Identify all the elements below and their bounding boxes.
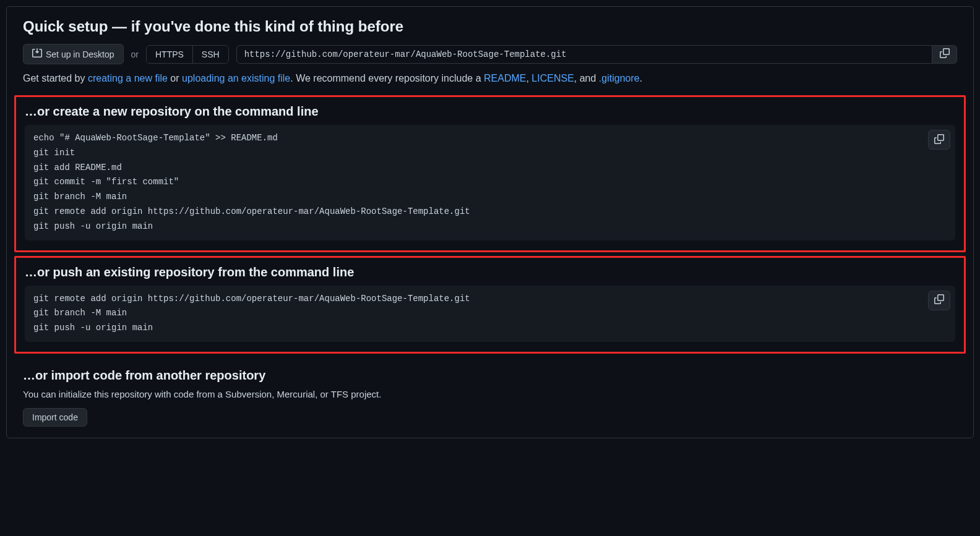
quick-setup-title: Quick setup — if you've done this kind o… [23, 18, 957, 35]
push-repo-code[interactable]: git remote add origin https://github.com… [25, 286, 955, 342]
setup-desktop-button[interactable]: Set up in Desktop [23, 44, 124, 64]
clipboard-icon [934, 134, 944, 146]
clone-url-group [236, 45, 957, 64]
text: . [640, 73, 642, 83]
setup-action-row: Set up in Desktop or HTTPS SSH [23, 44, 957, 64]
clipboard-icon [934, 294, 944, 306]
quick-setup-container: Quick setup — if you've done this kind o… [6, 6, 974, 438]
get-started-text: Get started by creating a new file or up… [23, 73, 957, 84]
clone-url-input[interactable] [236, 45, 932, 64]
push-repo-box: …or push an existing repository from the… [14, 256, 966, 354]
quick-setup-header: Quick setup — if you've done this kind o… [7, 7, 973, 84]
upload-file-link[interactable]: uploading an existing file [182, 73, 290, 83]
readme-link[interactable]: README [484, 73, 526, 83]
import-title: …or import code from another repository [23, 368, 957, 383]
import-section: …or import code from another repository … [7, 357, 973, 438]
import-code-button[interactable]: Import code [23, 408, 87, 427]
protocol-toggle: HTTPS SSH [146, 45, 229, 64]
text: , [526, 73, 531, 83]
text: , and [574, 73, 599, 83]
license-link[interactable]: LICENSE [531, 73, 574, 83]
gitignore-link[interactable]: .gitignore [599, 73, 640, 83]
import-subtext: You can initialize this repository with … [23, 389, 957, 399]
copy-url-button[interactable] [932, 45, 957, 64]
import-code-label: Import code [32, 412, 78, 422]
create-repo-box: …or create a new repository on the comma… [14, 95, 966, 252]
text: . We recommend every repository include … [290, 73, 484, 83]
text: Get started by [23, 73, 88, 83]
create-code-wrap: echo "# AquaWeb-RootSage-Template" >> RE… [25, 125, 955, 240]
push-code-wrap: git remote add origin https://github.com… [25, 286, 955, 342]
protocol-ssh-button[interactable]: SSH [192, 46, 228, 63]
or-separator: or [131, 49, 139, 59]
setup-desktop-label: Set up in Desktop [46, 49, 114, 59]
desktop-icon [32, 48, 42, 60]
create-repo-code[interactable]: echo "# AquaWeb-RootSage-Template" >> RE… [25, 125, 955, 240]
protocol-https-button[interactable]: HTTPS [147, 46, 192, 63]
create-file-link[interactable]: creating a new file [88, 73, 168, 83]
create-repo-title: …or create a new repository on the comma… [25, 104, 955, 119]
copy-create-code-button[interactable] [928, 130, 950, 150]
push-repo-title: …or push an existing repository from the… [25, 265, 955, 279]
clipboard-icon [940, 48, 950, 60]
text: or [168, 73, 182, 83]
copy-push-code-button[interactable] [928, 291, 950, 310]
